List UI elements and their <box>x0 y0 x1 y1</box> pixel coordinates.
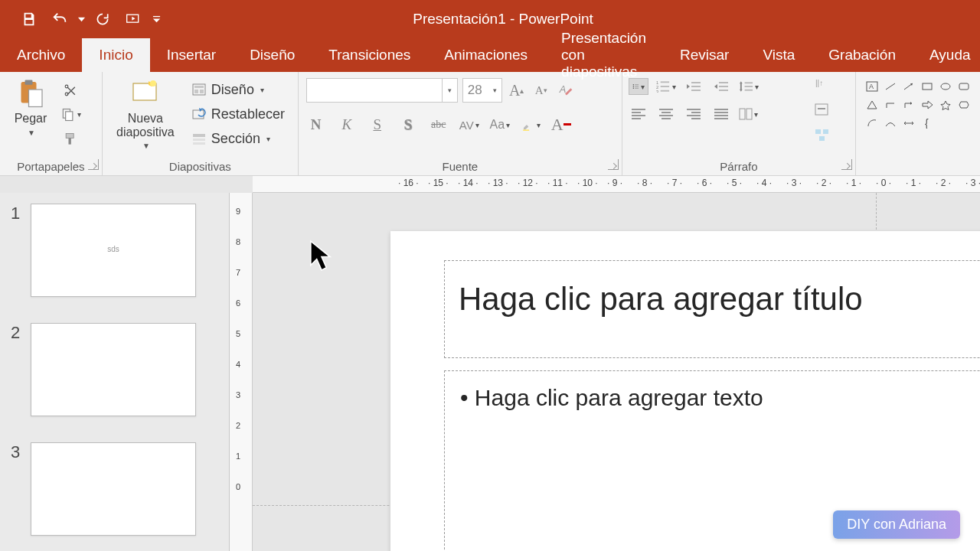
vertical-ruler[interactable]: 9876543210 <box>230 193 253 551</box>
thumbnail-slide[interactable] <box>31 442 196 536</box>
shrink-font-button[interactable]: A▾ <box>531 80 551 100</box>
thumbnail-slide[interactable] <box>31 204 196 297</box>
quick-access-toolbar <box>0 5 164 33</box>
rectangle-shape-icon[interactable] <box>919 78 936 95</box>
horizontal-ruler[interactable]: · 16 ·· 15 ·· 14 ·· 13 ·· 12 ·· 11 ·· 10… <box>253 176 980 193</box>
reset-button[interactable]: Restablecer <box>187 103 289 126</box>
thumbnail-number: 2 <box>0 323 31 343</box>
save-icon[interactable] <box>14 5 44 33</box>
tab-help[interactable]: Ayuda <box>913 38 980 72</box>
highlight-button[interactable]: ▾ <box>521 115 541 135</box>
tab-file[interactable]: Archivo <box>0 38 82 72</box>
text-shadow-button[interactable]: S <box>398 115 418 135</box>
text-direction-button[interactable]: ||↑ <box>814 78 837 98</box>
svg-rect-32 <box>661 86 669 87</box>
right-arrow-shape-icon[interactable] <box>919 96 936 113</box>
cut-button[interactable] <box>60 80 81 101</box>
elbow-connector-icon[interactable] <box>882 96 899 113</box>
align-left-button[interactable] <box>629 106 648 122</box>
decrease-indent-button[interactable] <box>684 78 704 95</box>
thumbnail-item[interactable]: 1 <box>0 204 229 297</box>
svg-rect-68 <box>819 136 825 141</box>
char-spacing-button[interactable]: AV▾ <box>459 115 479 135</box>
svg-rect-38 <box>719 82 728 83</box>
bullets-button[interactable]: ▾ <box>629 78 648 95</box>
increase-indent-button[interactable] <box>711 78 731 95</box>
dialog-launcher-icon[interactable] <box>841 159 852 170</box>
tab-animations[interactable]: Animaciones <box>427 38 544 72</box>
copy-button[interactable]: ▾ <box>60 104 81 126</box>
layout-button[interactable]: Diseño▾ <box>187 79 289 102</box>
arc-shape-icon[interactable] <box>864 115 880 132</box>
shapes-gallery[interactable]: A { <box>861 75 975 154</box>
font-size-value: 28 <box>463 83 489 98</box>
thumbnail-item[interactable]: 3 <box>0 442 229 536</box>
slide-editor[interactable]: Haga clic para agregar título Haga clic … <box>390 231 980 551</box>
oval-shape-icon[interactable] <box>937 78 954 95</box>
font-family-combobox[interactable]: ▾ <box>306 78 458 103</box>
dialog-launcher-icon[interactable] <box>608 159 619 170</box>
line-shape-icon[interactable] <box>882 78 899 95</box>
columns-button[interactable]: ▾ <box>739 106 759 122</box>
chevron-down-icon[interactable]: ▾ <box>489 86 501 94</box>
font-color-button[interactable]: A <box>551 115 571 135</box>
bold-button[interactable]: N <box>306 115 326 135</box>
rounded-rect-icon[interactable] <box>956 78 972 95</box>
thumbnail-slide[interactable] <box>31 323 196 416</box>
undo-dropdown-icon[interactable] <box>75 5 87 33</box>
tab-recording[interactable]: Grabación <box>812 38 913 72</box>
left-brace-icon[interactable]: { <box>919 115 936 132</box>
tab-view[interactable]: Vista <box>746 38 812 72</box>
new-slide-button[interactable]: Nueva diapositiva ▼ <box>107 75 184 154</box>
svg-point-74 <box>941 83 950 90</box>
justify-button[interactable] <box>711 106 731 122</box>
grow-font-button[interactable]: A▴ <box>507 80 527 100</box>
tab-review[interactable]: Revisar <box>663 38 746 72</box>
undo-icon[interactable] <box>44 5 75 33</box>
section-button[interactable]: Sección▾ <box>187 128 289 151</box>
align-center-button[interactable] <box>656 106 676 122</box>
align-right-button[interactable] <box>684 106 704 122</box>
triangle-shape-icon[interactable] <box>864 96 880 113</box>
hexagon-shape-icon[interactable] <box>956 96 972 113</box>
underline-button[interactable]: S <box>368 115 387 135</box>
svg-text:A: A <box>869 83 874 90</box>
svg-rect-58 <box>714 112 728 113</box>
curve-shape-icon[interactable] <box>882 115 899 132</box>
elbow-arrow-icon[interactable] <box>900 96 917 113</box>
star-shape-icon[interactable] <box>937 96 954 113</box>
line-arrow-icon[interactable] <box>900 78 917 95</box>
slide-thumbnails-panel[interactable]: 1 2 3 4 <box>0 193 230 551</box>
strikethrough-button[interactable]: abc <box>429 115 449 135</box>
format-painter-button[interactable] <box>60 129 81 150</box>
tab-insert[interactable]: Insertar <box>150 38 233 72</box>
textbox-shape-icon[interactable]: A <box>864 78 880 95</box>
title-placeholder[interactable]: Haga clic para agregar título <box>444 260 980 358</box>
thumbnail-item[interactable]: 2 <box>0 323 229 416</box>
svg-rect-37 <box>691 90 701 91</box>
paste-button[interactable]: Pegar ▼ <box>5 75 57 154</box>
tab-slideshow[interactable]: Presentación con diapositivas <box>544 38 663 72</box>
qat-customize-icon[interactable] <box>149 5 164 33</box>
align-text-button[interactable] <box>814 103 837 122</box>
change-case-button[interactable]: Aa▾ <box>490 115 510 135</box>
chevron-down-icon[interactable]: ▾ <box>442 79 457 102</box>
double-arrow-icon[interactable] <box>900 115 917 132</box>
dialog-launcher-icon[interactable] <box>88 159 99 170</box>
tab-home[interactable]: Inicio <box>82 38 149 72</box>
redo-icon[interactable] <box>87 5 118 33</box>
numbering-icon: 123 <box>656 80 671 93</box>
numbering-button[interactable]: 123▾ <box>656 78 676 95</box>
tab-transitions[interactable]: Transiciones <box>312 38 427 72</box>
svg-rect-57 <box>714 109 728 110</box>
smartart-button[interactable] <box>814 127 837 147</box>
clear-formatting-button[interactable]: A <box>556 80 576 100</box>
start-from-beginning-icon[interactable] <box>118 5 149 33</box>
format-painter-icon <box>63 132 78 147</box>
line-spacing-button[interactable]: ▾ <box>739 78 759 95</box>
slide-canvas[interactable]: Haga clic para agregar título Haga clic … <box>253 193 980 551</box>
italic-button[interactable]: K <box>337 115 357 135</box>
svg-rect-36 <box>691 86 701 87</box>
tab-design[interactable]: Diseño <box>233 38 312 72</box>
font-size-combobox[interactable]: 28▾ <box>462 78 502 103</box>
